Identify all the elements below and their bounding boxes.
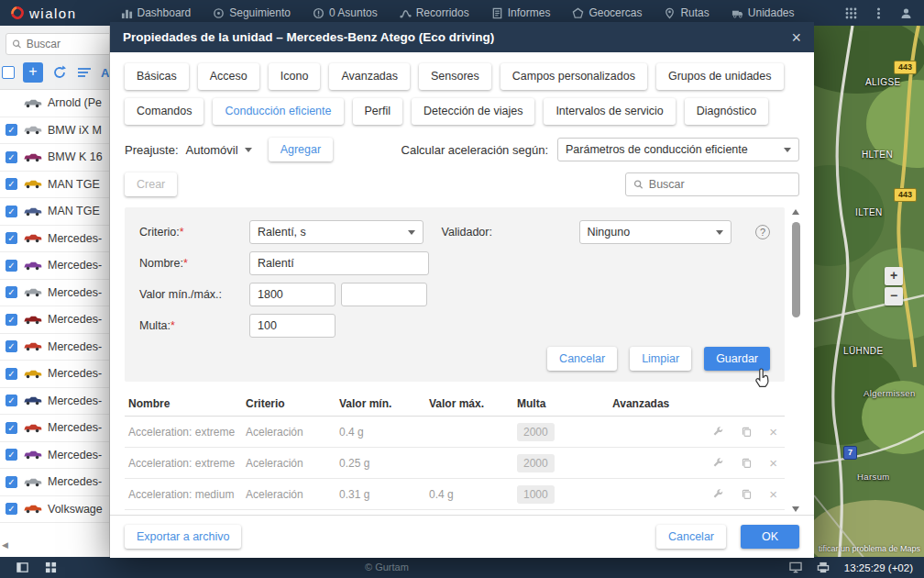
multa-value: 1000 <box>517 485 555 504</box>
criteria-search-input[interactable] <box>649 178 791 191</box>
close-icon[interactable]: × <box>791 29 801 46</box>
printer-icon[interactable] <box>817 561 830 573</box>
sidebar-search-box[interactable] <box>6 33 110 55</box>
cancel-button[interactable]: Cancelar <box>547 347 617 371</box>
unit-checkbox[interactable] <box>6 151 17 163</box>
tab-detección-de-viajes[interactable]: Detección de viajes <box>412 98 534 125</box>
unit-checkbox[interactable] <box>6 340 17 352</box>
unit-list-item[interactable]: Mercedes- <box>0 226 110 253</box>
dialog-scrollbar[interactable] <box>790 209 802 512</box>
tab-avanzadas[interactable]: Avanzadas <box>329 63 410 90</box>
sort-alpha-icon[interactable]: A <box>101 66 110 80</box>
refresh-icon[interactable] <box>51 64 68 81</box>
copy-icon[interactable] <box>741 457 753 469</box>
unit-checkbox[interactable] <box>6 178 17 190</box>
unit-list-item[interactable]: MAN TGE <box>0 172 110 199</box>
tab-comandos[interactable]: Comandos <box>125 98 204 125</box>
unit-checkbox[interactable] <box>6 449 17 461</box>
unit-list-item[interactable]: Mercedes- <box>0 252 110 280</box>
unit-list-item[interactable]: BMW K 16 <box>0 144 110 172</box>
unit-car-icon <box>23 504 42 514</box>
unit-list-item[interactable]: Mercedes- <box>0 280 110 307</box>
tab-acceso[interactable]: Acceso <box>198 63 259 90</box>
unit-checkbox[interactable] <box>6 422 17 434</box>
sidebar-search-input[interactable] <box>27 38 110 50</box>
unit-checkbox[interactable] <box>6 260 17 272</box>
save-button[interactable]: Guardar <box>704 347 770 371</box>
unit-list-item[interactable]: Mercedes- <box>0 334 110 361</box>
tab-básicas[interactable]: Básicas <box>125 63 189 90</box>
delete-icon[interactable]: × <box>769 426 777 439</box>
help-icon[interactable]: ? <box>755 225 770 239</box>
export-button[interactable]: Exportar a archivo <box>125 525 241 549</box>
unit-list-item[interactable]: Mercedes- <box>0 361 110 388</box>
dialog-cancel-button[interactable]: Cancelar <box>656 525 726 549</box>
scroll-down-icon[interactable] <box>792 506 799 512</box>
validador-select[interactable]: Ninguno <box>579 220 732 244</box>
copy-icon[interactable] <box>741 426 753 438</box>
tab-conducción-eficiente[interactable]: Conducción eficiente <box>213 98 343 125</box>
clear-button[interactable]: Limpiar <box>630 347 691 371</box>
grid-view-icon[interactable] <box>45 561 57 573</box>
wrench-icon[interactable] <box>712 488 724 500</box>
add-preset-button[interactable]: Agregar <box>269 138 333 161</box>
unit-list-item[interactable]: Volkswage <box>0 496 110 524</box>
scroll-up-icon[interactable] <box>792 209 799 215</box>
unit-checkbox[interactable] <box>6 503 17 515</box>
multa-input[interactable] <box>249 314 336 338</box>
unit-list-item[interactable]: Mercedes- <box>0 306 110 334</box>
user-icon[interactable] <box>893 0 918 26</box>
wrench-icon[interactable] <box>712 426 724 438</box>
unit-list-item[interactable]: BMW iX M <box>0 117 110 145</box>
tab-sensores[interactable]: Sensores <box>419 63 491 90</box>
unit-list-item[interactable]: Mercedes- <box>0 469 110 496</box>
delete-icon[interactable]: × <box>769 488 777 501</box>
criteria-search-box[interactable] <box>625 172 799 196</box>
unit-list-item[interactable]: Mercedes- <box>0 415 110 442</box>
tab-grupos-de-unidades[interactable]: Grupos de unidades <box>656 63 784 90</box>
unit-checkbox[interactable] <box>6 232 17 244</box>
unit-checkbox[interactable] <box>6 314 17 326</box>
create-button[interactable]: Crear <box>125 172 177 196</box>
more-menu-icon[interactable] <box>865 0 891 26</box>
tab-perfil[interactable]: Perfil <box>353 98 402 125</box>
delete-icon[interactable]: × <box>769 457 777 470</box>
scroll-thumb[interactable] <box>792 222 800 317</box>
unit-checkbox[interactable] <box>6 124 17 136</box>
brand[interactable]: wialon <box>0 6 86 21</box>
tab-intervalos-de-servicio[interactable]: Intervalos de servicio <box>544 98 675 125</box>
apps-grid-icon[interactable] <box>838 0 864 26</box>
cell-valor-min: 0.4 g <box>339 426 429 439</box>
add-unit-button[interactable]: + <box>23 62 43 83</box>
tab-diagnóstico[interactable]: Diagnóstico <box>685 98 768 125</box>
unit-list-item[interactable]: Mercedes- <box>0 442 110 470</box>
tab-campos-personalizados[interactable]: Campos personalizados <box>500 63 647 90</box>
preset-select[interactable]: Automóvil <box>186 143 252 157</box>
monitor-icon[interactable] <box>789 561 802 573</box>
zoom-out-button[interactable]: − <box>885 287 903 306</box>
criterio-select[interactable]: Ralentí, s <box>249 220 424 244</box>
unit-car-icon <box>23 206 42 217</box>
list-settings-icon[interactable] <box>76 64 93 81</box>
valor-min-input[interactable] <box>249 283 336 306</box>
collapse-sidebar-icon[interactable]: ◀ <box>2 540 8 550</box>
valor-max-input[interactable] <box>341 283 427 306</box>
accel-calc-select[interactable]: Parámetros de conducción eficiente <box>557 138 799 161</box>
cell-valor-min: 0.25 g <box>339 457 429 470</box>
unit-checkbox[interactable] <box>6 395 17 406</box>
unit-list-item[interactable]: Arnold (Pe <box>0 90 110 117</box>
nombre-input[interactable] <box>249 251 429 275</box>
unit-checkbox[interactable] <box>6 368 17 380</box>
ok-button[interactable]: OK <box>741 525 799 549</box>
unit-list-item[interactable]: Mercedes- <box>0 388 110 416</box>
tab-icono[interactable]: Icono <box>269 63 321 90</box>
wrench-icon[interactable] <box>712 457 724 469</box>
unit-checkbox[interactable] <box>6 286 17 298</box>
unit-checkbox[interactable] <box>6 476 17 488</box>
unit-checkbox[interactable] <box>6 206 17 217</box>
select-all-checkbox[interactable] <box>2 66 15 79</box>
layout-panel-icon[interactable] <box>16 561 28 573</box>
zoom-in-button[interactable]: + <box>885 267 903 285</box>
unit-list-item[interactable]: MAN TGE <box>0 198 110 226</box>
copy-icon[interactable] <box>741 488 753 500</box>
